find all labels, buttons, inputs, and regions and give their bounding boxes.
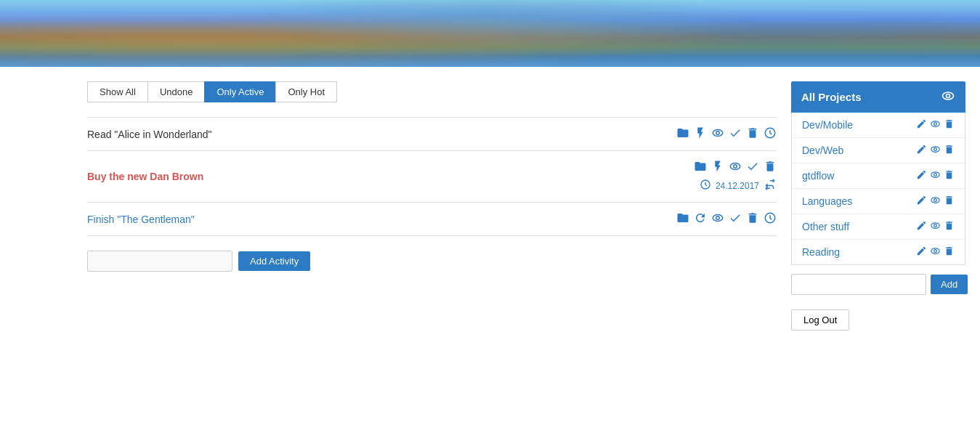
- visibility-icon[interactable]: [729, 160, 742, 175]
- activity-item: Read "Alice in Wonderland": [87, 118, 777, 151]
- visibility-icon[interactable]: [711, 126, 724, 142]
- activity-title: Read "Alice in Wonderland": [87, 129, 212, 140]
- bolt-icon[interactable]: [694, 126, 707, 142]
- edit-icon[interactable]: [916, 118, 927, 131]
- svg-point-15: [931, 172, 939, 178]
- svg-point-18: [934, 199, 937, 202]
- svg-point-10: [947, 94, 950, 98]
- project-name: Reading: [802, 246, 840, 258]
- tab-undone[interactable]: Undone: [147, 81, 205, 102]
- add-project-row: Add: [791, 274, 965, 295]
- edit-icon[interactable]: [916, 169, 927, 182]
- check-icon[interactable]: [729, 126, 742, 142]
- activity-icons-wrapper: 24.12.2017: [694, 160, 777, 193]
- repeat-icon[interactable]: [764, 178, 777, 193]
- project-item[interactable]: Reading: [792, 240, 965, 264]
- svg-point-14: [934, 148, 937, 151]
- visibility-icon[interactable]: [711, 211, 724, 227]
- svg-point-11: [931, 121, 939, 127]
- project-item[interactable]: Other stuff: [792, 214, 965, 240]
- svg-point-7: [716, 216, 720, 220]
- tab-only-active[interactable]: Only Active: [204, 81, 275, 102]
- icon-row: [676, 126, 777, 142]
- delete-icon[interactable]: [944, 246, 955, 259]
- bolt-icon[interactable]: [711, 160, 724, 175]
- edit-icon[interactable]: [916, 195, 927, 208]
- check-icon[interactable]: [729, 211, 742, 227]
- refresh-icon[interactable]: [694, 211, 707, 227]
- edit-icon[interactable]: [916, 220, 927, 233]
- hero-banner: [0, 0, 980, 67]
- svg-point-17: [931, 198, 939, 203]
- project-name: Other stuff: [802, 221, 849, 232]
- svg-point-1: [716, 131, 720, 135]
- due-date: 24.12.2017: [716, 181, 759, 191]
- visibility-icon[interactable]: [930, 246, 941, 259]
- delete-icon[interactable]: [944, 169, 955, 182]
- svg-point-4: [734, 165, 737, 169]
- filter-tabs: Show All Undone Only Active Only Hot: [87, 81, 777, 102]
- activity-list: Read "Alice in Wonderland": [87, 117, 777, 236]
- right-panel: All Projects Dev/Mobile: [791, 67, 980, 345]
- tab-show-all[interactable]: Show All: [87, 81, 147, 102]
- projects-header: All Projects: [791, 81, 965, 113]
- delete-icon[interactable]: [944, 144, 955, 157]
- project-actions: [916, 169, 955, 182]
- projects-header-label: All Projects: [801, 91, 862, 103]
- svg-point-0: [713, 130, 723, 137]
- edit-icon[interactable]: [916, 144, 927, 157]
- project-item[interactable]: gtdflow: [792, 163, 965, 189]
- project-actions: [916, 118, 955, 131]
- delete-icon[interactable]: [944, 118, 955, 131]
- project-name: gtdflow: [802, 170, 834, 182]
- visibility-icon[interactable]: [930, 144, 941, 157]
- edit-icon[interactable]: [916, 246, 927, 259]
- icon-row: [676, 211, 777, 227]
- icon-row-bottom: 24.12.2017: [700, 178, 777, 193]
- svg-point-19: [931, 223, 939, 229]
- svg-point-20: [934, 224, 937, 227]
- delete-icon[interactable]: [746, 211, 759, 227]
- folder-icon[interactable]: [676, 211, 689, 227]
- add-project-button[interactable]: Add: [931, 275, 968, 294]
- activity-item: Buy the new Dan Brown: [87, 151, 777, 203]
- activity-icons-wrapper: [676, 211, 777, 227]
- clock-icon[interactable]: [764, 126, 777, 142]
- project-name: Dev/Web: [802, 145, 843, 156]
- hero-banner-image: [0, 0, 980, 67]
- delete-icon[interactable]: [746, 126, 759, 142]
- project-item[interactable]: Languages: [792, 189, 965, 214]
- svg-point-6: [713, 215, 723, 222]
- delete-icon[interactable]: [764, 160, 777, 175]
- add-project-input[interactable]: [791, 274, 926, 295]
- clock-icon[interactable]: [764, 211, 777, 227]
- icon-row-top: [694, 160, 777, 175]
- svg-point-21: [931, 248, 939, 254]
- project-list: Dev/Mobile Dev/Web: [791, 113, 965, 265]
- eye-header-icon[interactable]: [941, 89, 955, 105]
- visibility-icon[interactable]: [930, 118, 941, 131]
- clock-icon[interactable]: [700, 179, 711, 192]
- tab-only-hot[interactable]: Only Hot: [275, 81, 337, 102]
- add-activity-button[interactable]: Add Activity: [238, 251, 310, 271]
- folder-icon[interactable]: [694, 160, 707, 175]
- visibility-icon[interactable]: [930, 195, 941, 208]
- project-name: Dev/Mobile: [802, 119, 853, 131]
- folder-icon[interactable]: [676, 126, 689, 142]
- svg-point-16: [934, 174, 937, 177]
- project-actions: [916, 220, 955, 233]
- check-icon[interactable]: [746, 160, 759, 175]
- svg-point-13: [931, 147, 939, 153]
- project-item[interactable]: Dev/Mobile: [792, 113, 965, 138]
- svg-point-22: [934, 250, 937, 253]
- logout-button[interactable]: Log Out: [791, 309, 849, 331]
- delete-icon[interactable]: [944, 195, 955, 208]
- add-activity-input[interactable]: [87, 251, 232, 272]
- project-name: Languages: [802, 195, 852, 207]
- activity-item: Finish "The Gentleman": [87, 203, 777, 236]
- activity-icons-wrapper: [676, 126, 777, 142]
- delete-icon[interactable]: [944, 220, 955, 233]
- visibility-icon[interactable]: [930, 220, 941, 233]
- project-item[interactable]: Dev/Web: [792, 138, 965, 163]
- visibility-icon[interactable]: [930, 169, 941, 182]
